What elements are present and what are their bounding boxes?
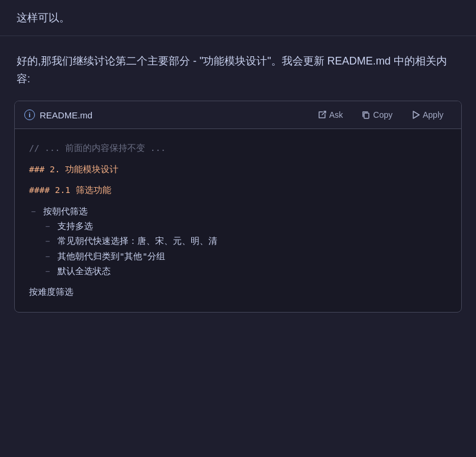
code-card-header: i README.md Ask Copy <box>15 101 461 129</box>
dash-3: － <box>43 236 52 246</box>
code-blank-4 <box>29 279 447 285</box>
list-item-3: － 常见朝代快速选择：唐、宋、元、明、清 <box>29 234 447 249</box>
top-message: 这样可以。 <box>0 0 476 36</box>
svg-rect-1 <box>364 113 369 118</box>
ask-icon <box>318 111 326 119</box>
dash-2: － <box>43 221 52 231</box>
code-line-h4: #### 2.1 筛选功能 <box>29 183 447 198</box>
ask-label: Ask <box>329 110 343 120</box>
dash-1: － <box>29 207 38 216</box>
list-item-4: － 其他朝代归类到"其他"分组 <box>29 249 447 264</box>
second-message-text: 好的,那我们继续讨论第二个主要部分 - "功能模块设计"。我会更新 README… <box>17 55 447 85</box>
list-item-5: － 默认全选状态 <box>29 264 447 279</box>
apply-label: Apply <box>423 110 443 120</box>
code-card-actions: Ask Copy Apply <box>310 107 452 123</box>
code-card: i README.md Ask Copy <box>14 101 462 312</box>
code-body: // ... 前面的内容保持不变 ... ### 2. 功能模块设计 #### … <box>15 129 461 311</box>
code-line-partial: 按难度筛选 <box>29 285 447 300</box>
second-message: 好的,那我们继续讨论第二个主要部分 - "功能模块设计"。我会更新 README… <box>0 36 476 101</box>
code-card-filename: i README.md <box>24 110 92 120</box>
info-icon: i <box>24 110 35 120</box>
apply-icon <box>411 111 420 119</box>
code-blank-3 <box>29 198 447 204</box>
copy-label: Copy <box>373 110 393 120</box>
list-item-1: － 按朝代筛选 <box>29 204 447 219</box>
svg-marker-2 <box>413 111 419 118</box>
list-item-2: － 支持多选 <box>29 219 447 234</box>
apply-button[interactable]: Apply <box>403 107 452 123</box>
code-blank-1 <box>29 156 447 162</box>
code-blank-2 <box>29 177 447 183</box>
filename-label: README.md <box>40 110 92 120</box>
copy-button[interactable]: Copy <box>353 107 401 123</box>
dash-4: － <box>43 252 52 261</box>
ask-button[interactable]: Ask <box>310 107 351 123</box>
top-message-text: 这样可以。 <box>17 12 70 24</box>
code-line-h3: ### 2. 功能模块设计 <box>29 162 447 177</box>
dash-5: － <box>43 266 52 276</box>
copy-icon <box>362 111 370 119</box>
code-line-comment: // ... 前面的内容保持不变 ... <box>29 141 447 156</box>
